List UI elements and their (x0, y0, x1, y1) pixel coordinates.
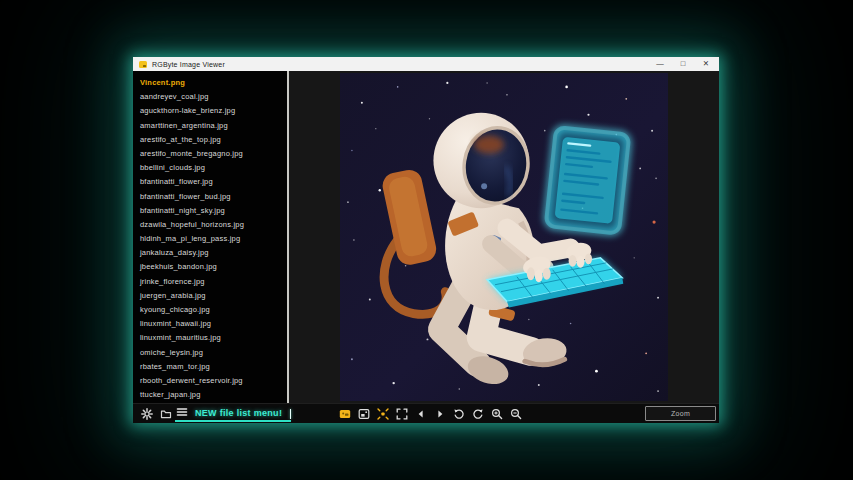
zoom-button[interactable]: Zoom (645, 406, 716, 421)
visor-reflection-warm (474, 136, 504, 154)
rotate-ccw-button[interactable] (453, 408, 465, 420)
file-list-item[interactable]: bfantinatti_flower.jpg (140, 175, 287, 189)
fit-to-screen-icon (377, 408, 389, 420)
file-list-item[interactable]: linuxmint_mauritius.jpg (140, 331, 287, 345)
file-list-item[interactable]: rbates_mam_tor.jpg (140, 360, 287, 374)
file-list-item[interactable]: rbooth_derwent_reservoir.jpg (140, 374, 287, 388)
file-list-item[interactable]: aandreyev_coal.jpg (140, 90, 287, 104)
hologram-screen (546, 127, 630, 234)
zoom-in-button[interactable] (491, 408, 503, 420)
file-list-item[interactable]: ttucker_japan.jpg (140, 388, 287, 402)
file-list-item[interactable]: linuxmint_hawaii.jpg (140, 317, 287, 331)
file-list-item[interactable]: jbeekhuis_bandon.jpg (140, 260, 287, 274)
fullscreen-icon (396, 408, 408, 420)
left-tools (140, 407, 172, 420)
image-viewport (289, 71, 719, 403)
zoom-button-label: Zoom (671, 410, 690, 417)
fit-to-screen-button[interactable] (377, 408, 389, 420)
minimize-button[interactable]: — (655, 58, 665, 70)
window-controls: — □ ✕ (655, 58, 713, 70)
zoom-out-icon (510, 408, 522, 420)
app-icon (139, 61, 147, 68)
visor-highlight (481, 183, 487, 189)
file-list-item[interactable]: jankaluza_daisy.jpg (140, 246, 287, 260)
open-folder-button[interactable] (159, 407, 172, 420)
file-list-item[interactable]: juergen_arabia.jpg (140, 289, 287, 303)
file-list-item[interactable]: omiche_leysin.jpg (140, 346, 287, 360)
file-list-item[interactable]: bfantinatti_night_sky.jpg (140, 204, 287, 218)
file-list-item[interactable]: bbellini_clouds.jpg (140, 161, 287, 175)
main-content: Vincent.pngaandreyev_coal.jpgaguckthorn-… (133, 71, 719, 403)
file-list-item[interactable]: kyoung_chicago.jpg (140, 303, 287, 317)
zoom-out-button[interactable] (510, 408, 522, 420)
chevron-right-icon (434, 408, 446, 420)
gear-icon (141, 408, 153, 420)
file-list-item[interactable]: arestifo_at_the_top.jpg (140, 133, 287, 147)
file-list-item[interactable]: bfantinatti_flower_bud.jpg (140, 190, 287, 204)
annotation-text: NEW file list menu! (195, 408, 282, 419)
file-list-item[interactable]: amarttinen_argentina.jpg (140, 119, 287, 133)
app-window: RGByte Image Viewer — □ ✕ Vincent.pngaan… (133, 57, 719, 423)
file-list-menu-annotation: NEW file list menu! (175, 406, 291, 422)
rotate-ccw-icon (453, 408, 465, 420)
maximize-button[interactable]: □ (678, 58, 688, 70)
file-list: Vincent.pngaandreyev_coal.jpgaguckthorn-… (133, 71, 287, 403)
folder-icon (160, 408, 172, 420)
file-list-item[interactable]: Vincent.png (140, 76, 287, 90)
close-button[interactable]: ✕ (701, 58, 711, 70)
fullscreen-button[interactable] (396, 408, 408, 420)
file-list-menu-button[interactable] (175, 406, 188, 419)
file-list-item[interactable]: arestifo_monte_bregagno.jpg (140, 147, 287, 161)
file-list-item[interactable]: dzawila_hopeful_horizons.jpg (140, 218, 287, 232)
display-mode-button[interactable] (339, 408, 351, 420)
next-image-button[interactable] (434, 408, 446, 420)
window-title: RGByte Image Viewer (152, 61, 225, 68)
display-mode-icon (339, 408, 351, 420)
file-list-item[interactable]: hldinh_ma_pi_leng_pass.jpg (140, 232, 287, 246)
file-list-item[interactable]: jrinke_florence.jpg (140, 275, 287, 289)
chevron-left-icon (415, 408, 427, 420)
zoom-in-icon (491, 408, 503, 420)
file-list-item[interactable]: aguckthorn-lake_brienz.jpg (140, 104, 287, 118)
image-frame-icon (358, 408, 370, 420)
settings-button[interactable] (140, 407, 153, 420)
rotate-cw-icon (472, 408, 484, 420)
status-bar: NEW file list menu! (133, 403, 719, 423)
viewer-toolbar (339, 404, 522, 423)
previous-image-button[interactable] (415, 408, 427, 420)
image-frame-button[interactable] (358, 408, 370, 420)
rotate-cw-button[interactable] (472, 408, 484, 420)
viewer-image (340, 73, 668, 401)
title-bar: RGByte Image Viewer — □ ✕ (133, 57, 719, 71)
list-icon (176, 406, 188, 418)
text-caret (290, 409, 291, 419)
